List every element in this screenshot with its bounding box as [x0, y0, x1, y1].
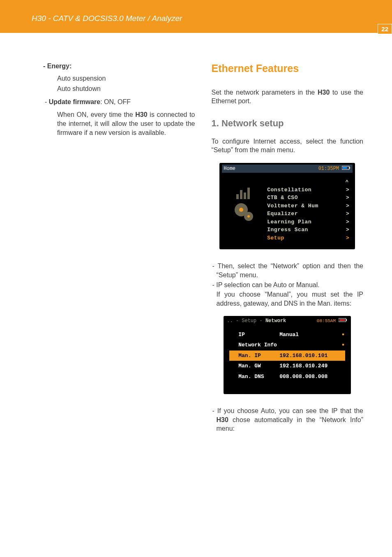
- clock-time: 01:35PM: [318, 166, 339, 172]
- setting-label: Man. DNS: [238, 373, 279, 381]
- device-menu-item: Constellation>: [267, 186, 353, 194]
- scroll-up-caret: ^: [267, 179, 353, 186]
- chevron-right-icon: >: [346, 194, 349, 202]
- header-bar: H30 - CATV & DOCSIS3.0 Meter / Analyzer: [0, 0, 392, 33]
- network-setting-row: Man. DNS008.008.008.008: [226, 371, 348, 382]
- setting-label: Man. GW: [238, 362, 279, 370]
- status-right: 01:35PM: [318, 165, 351, 172]
- section-title: Ethernet Features: [212, 62, 364, 76]
- fw-prefix: -: [45, 98, 49, 105]
- intro-bold: H30: [318, 89, 330, 96]
- bullet-text: - IP selection can be Auto or Manual.: [212, 281, 364, 290]
- device-menu-item: Equalizer>: [267, 210, 353, 218]
- device-icons-col: [222, 177, 267, 242]
- bullet-text: - Then, select the “Network” option and …: [212, 262, 364, 279]
- fw-desc-bold: H30: [135, 111, 147, 118]
- chevron-right-icon: >: [346, 210, 349, 218]
- svg-rect-6: [247, 188, 250, 199]
- menu-item-label: Ingress Scan: [267, 226, 308, 234]
- device-menu-item: Voltmeter & Hum>: [267, 202, 353, 210]
- chevron-right-icon: >: [346, 202, 349, 210]
- chevron-right-icon: >: [346, 234, 349, 242]
- device-status-bar: Home 01:35PM: [222, 165, 353, 173]
- device-screen: Home 01:35PM: [219, 163, 355, 250]
- network-setting-row: IPManual●: [226, 330, 348, 340]
- intro-a: Set the network parameters in the: [212, 89, 318, 96]
- setting-label: Network Info: [238, 341, 279, 349]
- setting-label: IP: [238, 331, 279, 339]
- svg-rect-13: [339, 319, 345, 321]
- status-right: 08:55AM: [317, 318, 348, 324]
- energy-item: Auto suspension: [43, 74, 195, 83]
- menu-item-label: Setup: [267, 234, 284, 242]
- menu-item-label: Equalizer: [267, 210, 298, 218]
- fw-suffix: : ON, OFF: [100, 98, 131, 105]
- breadcrumb: .. - Setup - Network: [227, 318, 286, 324]
- bullet-text: - If you choose Auto, you can see the IP…: [212, 406, 364, 433]
- b3b: chose automatically in the “Network Info…: [217, 416, 364, 432]
- gear-icon: [232, 201, 257, 224]
- home-label: Home: [224, 165, 235, 172]
- chevron-right-icon: >: [346, 218, 349, 226]
- intro-paragraph: Set the network parameters in the H30 to…: [212, 88, 364, 106]
- setting-value: Manual: [279, 331, 337, 339]
- setting-value: 192.168.010.249: [279, 362, 337, 370]
- device-status-bar: .. - Setup - Network 08:55AM: [226, 317, 348, 325]
- fw-bold: Update firmware: [49, 98, 100, 105]
- svg-rect-2: [343, 167, 347, 169]
- device-screenshot-network: .. - Setup - Network 08:55AM IPManual●Ne…: [224, 316, 351, 394]
- menu-item-label: Learning Plan: [267, 218, 311, 226]
- menu-item-label: CTB & CSO: [267, 194, 298, 202]
- b3bold: H30: [217, 416, 228, 423]
- svg-point-10: [247, 215, 250, 218]
- bullet-continuation: If you choose “Manual”, you must set the…: [212, 290, 364, 308]
- breadcrumb-current: Network: [265, 318, 286, 324]
- header-title: H30 - CATV & DOCSIS3.0 Meter / Analyzer: [32, 14, 182, 23]
- bars-icon: [235, 184, 254, 201]
- device-body: ^ Constellation>CTB & CSO>Voltmeter & Hu…: [222, 173, 353, 242]
- content-columns: - Energy: Auto suspension Auto shutdown …: [0, 33, 392, 434]
- page-number: 22: [378, 24, 392, 34]
- paragraph: To configure Internet access, select the…: [212, 137, 364, 155]
- right-column: Ethernet Features Set the network parame…: [212, 62, 364, 434]
- setting-value: 192.168.010.101: [279, 352, 337, 360]
- device-screen: .. - Setup - Network 08:55AM IPManual●Ne…: [224, 316, 351, 394]
- menu-item-label: Voltmeter & Hum: [267, 202, 318, 210]
- device-menu-item: Learning Plan>: [267, 218, 353, 226]
- menu-item-label: Constellation: [267, 186, 311, 194]
- fw-description: When ON, every time the H30 is connected…: [43, 110, 195, 137]
- chevron-right-icon: >: [346, 226, 349, 234]
- device-menu-item: Ingress Scan>: [267, 226, 353, 234]
- selector-dot-icon: ●: [342, 342, 345, 348]
- battery-icon: [339, 318, 348, 322]
- network-setting-row: Man. GW192.168.010.249: [226, 361, 348, 371]
- chevron-right-icon: >: [346, 186, 349, 194]
- update-firmware-line: - Update firmware: ON, OFF: [43, 97, 195, 107]
- device-menu: ^ Constellation>CTB & CSO>Voltmeter & Hu…: [267, 177, 353, 242]
- network-setting-row: Network Info●: [226, 340, 348, 350]
- device-screenshot-home: Home 01:35PM: [219, 163, 355, 250]
- b3a: - If you choose Auto, you can see the IP…: [212, 407, 364, 414]
- svg-rect-5: [244, 193, 246, 199]
- energy-heading: - Energy:: [43, 62, 195, 71]
- svg-point-9: [239, 208, 243, 212]
- svg-rect-12: [346, 319, 347, 321]
- device-menu-item: Setup>: [267, 234, 353, 242]
- selector-dot-icon: ●: [342, 332, 345, 338]
- fw-desc-a: When ON, every time the: [57, 111, 135, 118]
- svg-rect-4: [240, 190, 242, 199]
- clock-time: 08:55AM: [317, 318, 336, 323]
- setting-label: Man. IP: [238, 352, 279, 360]
- setting-value: 008.008.008.008: [279, 373, 337, 381]
- device-menu-item: CTB & CSO>: [267, 194, 353, 202]
- svg-rect-1: [349, 167, 350, 169]
- subsection-title: 1. Network setup: [212, 117, 364, 130]
- energy-item: Auto shutdown: [43, 84, 195, 93]
- left-column: - Energy: Auto suspension Auto shutdown …: [43, 62, 195, 434]
- battery-icon: [342, 166, 351, 170]
- network-setting-row: Man. IP192.168.010.101: [229, 350, 345, 361]
- breadcrumb-dim: .. - Setup -: [227, 318, 265, 324]
- svg-rect-3: [236, 194, 239, 199]
